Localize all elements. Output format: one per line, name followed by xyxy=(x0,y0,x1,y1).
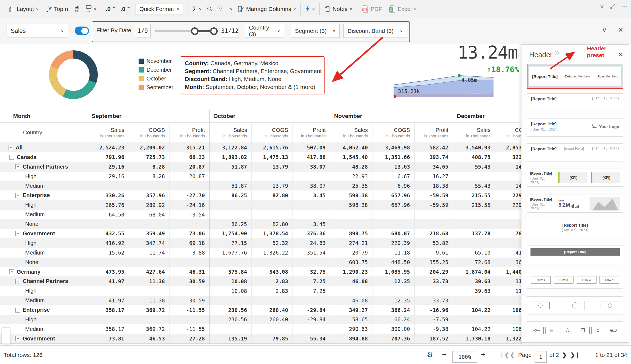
row-label-cell[interactable]: High xyxy=(0,286,88,296)
notes-dropdown[interactable]: Notes∨ xyxy=(324,6,352,12)
header-preset-card-icons[interactable] xyxy=(527,321,623,339)
collapse-row-icon[interactable]: − xyxy=(15,193,20,198)
collapse-row-icon[interactable]: − xyxy=(15,279,20,284)
row-label-cell[interactable]: −Channel Partners xyxy=(0,162,88,172)
info-icon[interactable]: ⓘ xyxy=(555,51,559,55)
row-label-cell[interactable]: −All xyxy=(0,143,88,152)
row-label-cell[interactable]: Medium xyxy=(0,210,88,219)
legend-item[interactable]: October xyxy=(139,76,173,82)
search-button[interactable] xyxy=(207,6,213,12)
collapse-row-icon[interactable]: − xyxy=(15,231,20,236)
header-preset-card-date_right[interactable]: [Report Title][Jan 01, 2023] xyxy=(527,93,623,111)
previous-page-button[interactable]: ❮ xyxy=(510,352,515,358)
collapse-row-icon[interactable]: − xyxy=(15,308,20,313)
discount-band-filter-dropdown[interactable]: Discount Band (3)∨ xyxy=(343,24,407,38)
row-label-cell[interactable]: −Germany xyxy=(0,267,88,277)
row-label-cell[interactable]: High xyxy=(0,315,88,324)
first-page-button[interactable]: ❘❮ xyxy=(500,352,509,358)
measure-column-header[interactable]: Profitin Thousands xyxy=(414,123,453,143)
header-preset-card-circles[interactable] xyxy=(527,296,623,314)
header-preset-card-bar[interactable]: [Report Title] xyxy=(527,245,623,263)
measure-column-header[interactable]: Profitin Thousands xyxy=(292,123,330,143)
month-group-header[interactable]: November xyxy=(330,109,453,123)
row-label-cell[interactable]: −Government xyxy=(0,334,88,343)
legend-item[interactable]: September xyxy=(139,84,173,91)
wrap-text-button[interactable]: ab c↵ xyxy=(74,5,79,13)
month-group-header[interactable]: September xyxy=(88,109,209,123)
next-page-button[interactable]: ❯ xyxy=(562,352,567,358)
filter-icon[interactable] xyxy=(599,4,605,9)
month-group-header[interactable]: October xyxy=(209,109,330,123)
header-preset-card-columns[interactable]: [Report Title] Column: Members Row: Memb… xyxy=(527,64,623,89)
measure-column-header[interactable]: Salesin Thousands xyxy=(453,123,495,143)
row-label-cell[interactable]: Medium xyxy=(0,181,88,191)
settings-gear-icon[interactable]: ⚙ xyxy=(427,351,433,359)
row-label-cell[interactable]: −Enterprise xyxy=(0,305,88,315)
row-label-cell[interactable]: High xyxy=(0,172,88,181)
date-range-slider[interactable] xyxy=(155,30,215,32)
header-preset-card-insert[interactable]: [Report Title] [Insert Here][Jan 01, 202… xyxy=(527,143,623,161)
more-options-icon[interactable]: ⋯ xyxy=(621,3,628,10)
row-label-cell[interactable]: Medium xyxy=(0,324,88,334)
month-group-header[interactable]: December xyxy=(453,109,522,123)
collapse-row-icon[interactable]: − xyxy=(15,336,20,341)
collapse-row-icon[interactable]: − xyxy=(9,269,14,274)
last-page-button[interactable]: ❯❘ xyxy=(570,352,580,358)
quick-format-dropdown[interactable]: Quick Format∨ xyxy=(135,4,184,15)
page-number-input[interactable]: 1 xyxy=(535,351,547,363)
row-label-cell[interactable]: −Canada xyxy=(0,152,88,162)
measure-column-header[interactable]: COGSin Thousands xyxy=(372,123,414,143)
measure-dropdown[interactable]: Sales ∨ xyxy=(7,24,68,38)
row-dimension-label[interactable]: Country xyxy=(0,123,88,143)
header-preset-card-logo[interactable]: [Report Title][Jan 01, 2024] Your Logo xyxy=(527,119,623,137)
collapse-row-icon[interactable]: − xyxy=(9,155,14,160)
header-preset-card-rows[interactable]: Row 1Row 2Row 3Row 4 xyxy=(527,271,623,289)
legend-item[interactable]: November xyxy=(139,58,173,64)
row-label-cell[interactable]: −Channel Partners xyxy=(0,276,88,286)
measure-column-header[interactable]: Salesin Thousands xyxy=(330,123,372,143)
row-label-cell[interactable]: High xyxy=(0,200,88,210)
filter-toggle[interactable] xyxy=(75,27,89,35)
row-label-cell[interactable]: None xyxy=(0,219,88,229)
actions-dropdown[interactable]: ∨ xyxy=(305,6,315,12)
measure-column-header[interactable]: COGSin Thousands xyxy=(129,123,169,143)
row-label-cell[interactable]: −Enterprise xyxy=(0,190,88,200)
close-filterbar-icon[interactable]: ✕ xyxy=(618,26,623,34)
row-label-cell[interactable]: Medium xyxy=(0,296,88,305)
date-end-input[interactable]: 31/12 xyxy=(221,24,239,38)
manage-columns-button[interactable]: Manage Columns∨ xyxy=(237,6,296,12)
collapse-row-icon[interactable]: − xyxy=(15,164,20,169)
header-preset-card-kpi[interactable]: [Report Title][Jan 01, 2023] [KPI] [KPI] xyxy=(527,169,623,187)
row-label-cell[interactable]: High xyxy=(0,238,88,248)
filter-dropdown[interactable]: ∨ xyxy=(218,6,233,12)
layout-button[interactable]: Layout∨ xyxy=(9,6,39,12)
collapse-row-icon[interactable]: − xyxy=(8,145,13,150)
slider-handle-start[interactable] xyxy=(191,27,199,35)
export-pdf-button[interactable]: PDF PDF xyxy=(362,5,382,13)
top-n-button[interactable]: Top n xyxy=(46,6,68,12)
measure-column-header[interactable]: Salesin Thousands xyxy=(209,123,251,143)
aggregation-dropdown[interactable]: Σ∨ xyxy=(193,5,202,13)
export-excel-dropdown[interactable]: X Excel∨ xyxy=(389,5,417,13)
close-panel-icon[interactable]: ✕ xyxy=(618,51,623,58)
measure-column-header[interactable]: COGSin Thousands xyxy=(495,123,522,143)
row-label-cell[interactable]: Medium xyxy=(0,248,88,258)
increase-decimals-button[interactable]: .0+ xyxy=(106,5,115,13)
measure-column-header[interactable]: COGSin Thousands xyxy=(251,123,292,143)
zoom-in-button[interactable]: + xyxy=(481,350,485,359)
segment-filter-dropdown[interactable]: Segment (3)∨ xyxy=(291,24,340,38)
column-width-button[interactable]: ↔ ∨ xyxy=(86,5,97,13)
row-label-cell[interactable]: −Government xyxy=(0,229,88,238)
row-label-cell[interactable]: None xyxy=(0,258,88,267)
country-filter-dropdown[interactable]: Country (3)∨ xyxy=(245,24,284,38)
decrease-decimals-button[interactable]: .0− xyxy=(121,5,130,13)
header-preset-card-centered[interactable]: [Report Title][Jan 01, 2023] xyxy=(527,220,623,238)
zoom-level-input[interactable]: 100% xyxy=(452,351,477,363)
header-preset-card-chart[interactable]: [Report Title][Jan 01, 2023] Sales 5.2M xyxy=(527,195,623,213)
expand-icon[interactable] xyxy=(610,4,616,9)
collapse-filterbar-icon[interactable]: ∨ xyxy=(602,26,607,34)
drag-handle[interactable]: ⸬⸬⸬ xyxy=(2,327,10,344)
measure-column-header[interactable]: Salesin Thousands xyxy=(88,123,129,143)
months-donut-chart[interactable] xyxy=(49,50,98,99)
date-start-input[interactable]: 1/9 xyxy=(135,24,151,38)
